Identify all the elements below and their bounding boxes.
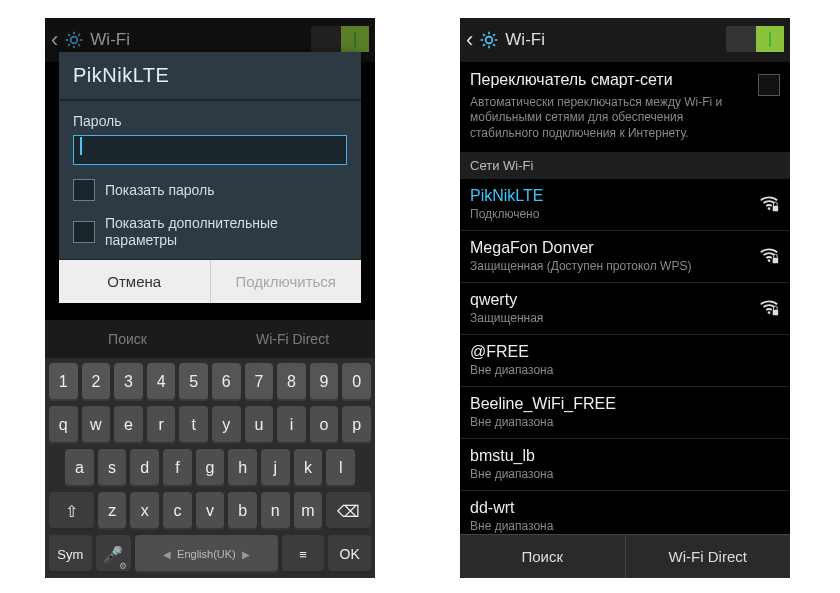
- network-row[interactable]: qwertyЗащищенная: [460, 283, 790, 335]
- key-y[interactable]: y: [212, 406, 241, 444]
- svg-point-22: [768, 311, 771, 314]
- network-name: PikNikLTE: [470, 187, 758, 205]
- key-x[interactable]: x: [130, 492, 159, 530]
- svg-rect-19: [773, 206, 779, 212]
- key-space[interactable]: ◀ English(UK) ▶: [135, 535, 277, 573]
- key-z[interactable]: z: [98, 492, 127, 530]
- password-input[interactable]: [73, 135, 347, 165]
- key-o[interactable]: o: [310, 406, 339, 444]
- key-i[interactable]: i: [277, 406, 306, 444]
- networks-section-header: Сети Wi-Fi: [460, 152, 790, 179]
- password-label: Пароль: [73, 113, 347, 129]
- key-g[interactable]: g: [196, 449, 225, 487]
- key-f[interactable]: f: [163, 449, 192, 487]
- key-v[interactable]: v: [196, 492, 225, 530]
- key-w[interactable]: w: [82, 406, 111, 444]
- svg-line-14: [483, 34, 485, 36]
- key-6[interactable]: 6: [212, 363, 241, 401]
- search-button[interactable]: Поиск: [460, 535, 625, 578]
- key-7[interactable]: 7: [245, 363, 274, 401]
- network-status: Вне диапазона: [470, 363, 780, 377]
- key-d[interactable]: d: [130, 449, 159, 487]
- network-name: qwerty: [470, 291, 758, 309]
- network-row[interactable]: bmstu_lbВне диапазона: [460, 439, 790, 491]
- svg-line-15: [493, 44, 495, 46]
- back-icon[interactable]: ‹: [466, 27, 473, 53]
- wifi-signal-icon: [758, 193, 780, 215]
- show-password-checkbox[interactable]: [73, 179, 95, 201]
- wifi-signal-icon: [758, 297, 780, 319]
- key-b[interactable]: b: [228, 492, 257, 530]
- key-q[interactable]: q: [49, 406, 78, 444]
- network-row[interactable]: MegaFon DonverЗащищенная (Доступен прото…: [460, 231, 790, 283]
- key-e[interactable]: e: [114, 406, 143, 444]
- key-c[interactable]: c: [163, 492, 192, 530]
- smart-switch-row[interactable]: Переключатель смарт-сети Автоматически п…: [460, 62, 790, 152]
- smart-switch-title: Переключатель смарт-сети: [470, 70, 750, 91]
- toggle-on-indicator: |: [756, 26, 784, 52]
- key-r[interactable]: r: [147, 406, 176, 444]
- smart-switch-checkbox[interactable]: [758, 74, 780, 96]
- key-h[interactable]: h: [228, 449, 257, 487]
- key-backspace[interactable]: ⌫: [326, 492, 371, 530]
- key-1[interactable]: 1: [49, 363, 78, 401]
- key-j[interactable]: j: [261, 449, 290, 487]
- show-password-row[interactable]: Показать пароль: [73, 179, 347, 201]
- key-menu[interactable]: ≡: [282, 535, 325, 573]
- svg-rect-21: [773, 258, 779, 264]
- connect-button[interactable]: Подключиться: [210, 260, 362, 303]
- key-t[interactable]: t: [179, 406, 208, 444]
- key-sym[interactable]: Sym: [49, 535, 92, 573]
- key-s[interactable]: s: [98, 449, 127, 487]
- network-status: Вне диапазона: [470, 415, 780, 429]
- keyboard: 1234567890 qwertyuiop asdfghjkl ⇧ zxcvbn…: [45, 358, 375, 578]
- key-p[interactable]: p: [342, 406, 371, 444]
- key-3[interactable]: 3: [114, 363, 143, 401]
- key-0[interactable]: 0: [342, 363, 371, 401]
- network-name: dd-wrt: [470, 499, 780, 517]
- chevron-right-icon: ▶: [242, 549, 250, 560]
- key-shift[interactable]: ⇧: [49, 492, 94, 530]
- svg-point-18: [768, 207, 771, 210]
- space-lang: English(UK): [177, 548, 236, 560]
- smart-switch-desc: Автоматически переключаться между Wi-Fi …: [470, 95, 750, 142]
- svg-point-20: [768, 259, 771, 262]
- advanced-options-text: Показать дополнительные параметры: [105, 215, 347, 249]
- key-ok[interactable]: OK: [328, 535, 371, 573]
- key-m[interactable]: m: [294, 492, 323, 530]
- network-row[interactable]: @FREEВне диапазона: [460, 335, 790, 387]
- key-l[interactable]: l: [326, 449, 355, 487]
- phone-left: ‹ Wi-Fi | Поиск Wi-Fi Direct PikNikLTE П…: [45, 18, 375, 578]
- key-9[interactable]: 9: [310, 363, 339, 401]
- cancel-button[interactable]: Отмена: [59, 260, 210, 303]
- key-4[interactable]: 4: [147, 363, 176, 401]
- header-title: Wi-Fi: [505, 30, 545, 50]
- key-k[interactable]: k: [294, 449, 323, 487]
- key-mic[interactable]: 🎤⚙: [96, 535, 132, 573]
- advanced-options-row[interactable]: Показать дополнительные параметры: [73, 215, 347, 249]
- phone-right: ‹ Wi-Fi | Переключатель смарт-сети Автом…: [460, 18, 790, 578]
- network-name: bmstu_lb: [470, 447, 780, 465]
- wifi-toggle[interactable]: |: [726, 26, 784, 52]
- network-name: MegaFon Donver: [470, 239, 758, 257]
- key-2[interactable]: 2: [82, 363, 111, 401]
- gear-sub-icon: ⚙: [119, 561, 127, 571]
- svg-rect-23: [773, 310, 779, 316]
- network-row[interactable]: Beeline_WiFi_FREEВне диапазона: [460, 387, 790, 439]
- key-8[interactable]: 8: [277, 363, 306, 401]
- gear-icon: [479, 30, 499, 50]
- key-5[interactable]: 5: [179, 363, 208, 401]
- footer: Поиск Wi-Fi Direct: [460, 534, 790, 578]
- svg-line-16: [483, 44, 485, 46]
- network-row[interactable]: PikNikLTEПодключено: [460, 179, 790, 231]
- chevron-left-icon: ◀: [163, 549, 171, 560]
- wifi-direct-button[interactable]: Wi-Fi Direct: [625, 535, 791, 578]
- network-list: PikNikLTEПодключеноMegaFon DonverЗащищен…: [460, 179, 790, 543]
- key-a[interactable]: a: [65, 449, 94, 487]
- network-status: Подключено: [470, 207, 758, 221]
- key-u[interactable]: u: [245, 406, 274, 444]
- network-status: Защищенная: [470, 311, 758, 325]
- advanced-options-checkbox[interactable]: [73, 221, 95, 243]
- key-n[interactable]: n: [261, 492, 290, 530]
- wifi-signal-icon: [758, 245, 780, 267]
